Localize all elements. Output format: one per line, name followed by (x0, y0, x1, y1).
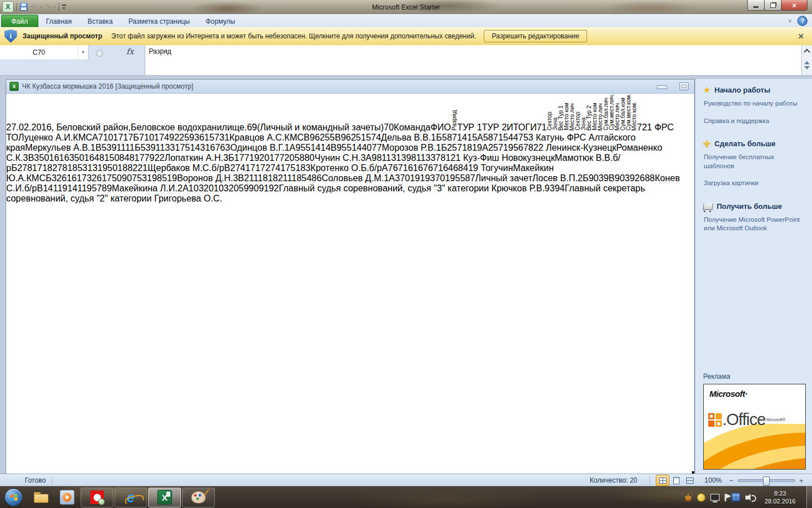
volume-icon[interactable] (745, 496, 748, 500)
action-center-flag-icon[interactable] (725, 494, 726, 501)
clock-date: 28.02.2016 (765, 497, 796, 505)
status-ready: Готово (25, 476, 46, 484)
redo-button[interactable]: ↷ (45, 3, 51, 11)
excel-document-icon: X (10, 82, 19, 91)
section-title: Получить больше (717, 202, 782, 211)
plus-icon (703, 140, 710, 147)
minimize-button[interactable] (747, 0, 765, 11)
network-icon[interactable] (710, 494, 720, 501)
zoom-slider-thumb[interactable] (763, 476, 770, 486)
show-desktop-button[interactable] (806, 487, 812, 508)
save-button[interactable] (20, 3, 28, 11)
workbook-minimize-button[interactable] (657, 85, 667, 89)
help-icon[interactable]: ? (797, 16, 807, 26)
windows-logo-icon (10, 494, 17, 501)
status-bar: Готово Количество: 20 100% − + (0, 474, 812, 487)
enable-editing-button[interactable]: Разрешить редактирование (484, 30, 587, 42)
system-tray: 8:23 28.02.2016 (685, 487, 812, 508)
normal-view-button[interactable] (656, 475, 669, 486)
status-count: Количество: 20 (590, 476, 637, 484)
section-title: Сделать больше (714, 139, 775, 148)
zoom-out-button[interactable]: − (727, 476, 735, 485)
undo-dropdown-icon[interactable]: ▾ (39, 5, 42, 10)
taskbar-item-red-app[interactable] (81, 488, 113, 507)
tab-page-layout[interactable]: Разметка страницы (121, 15, 198, 27)
taskbar-item-explorer[interactable] (32, 488, 51, 506)
cart-icon (703, 204, 713, 210)
excel-app-icon[interactable]: X (2, 1, 14, 12)
red-app-icon (90, 491, 104, 504)
insert-function-button[interactable]: fx (126, 47, 134, 56)
formula-bar-content[interactable]: Разряд (145, 45, 802, 75)
window-title: Microsoft Excel Starter (0, 0, 812, 14)
taskbar-item-paint[interactable] (182, 488, 215, 507)
name-box[interactable]: C70 ▼ (0, 45, 89, 59)
zoom-level[interactable]: 100% (704, 476, 722, 484)
title-bar: X ↶▾ ↷▾ ▾ Microsoft Excel Starter × (0, 0, 812, 14)
taskbar-item-media-player[interactable] (58, 488, 77, 506)
paint-icon (191, 491, 206, 503)
tab-file[interactable]: Файл (1, 15, 38, 27)
excel-icon: X (157, 490, 172, 505)
undo-button[interactable]: ↶ (30, 3, 37, 11)
taskbar-item-internet-explorer[interactable]: e (114, 488, 147, 507)
taskpane-link[interactable]: Справка и поддержка (704, 117, 805, 126)
taskpane-link[interactable]: Получение Microsoft PowerPoint или Micro… (704, 216, 805, 233)
office-logo: .Office Microsoft® (708, 411, 785, 428)
close-button[interactable]: × (781, 0, 807, 11)
taskpane-section-do-more: Сделать больше Получение бесплатных шабл… (703, 139, 805, 196)
workbook-restore-button[interactable] (679, 82, 689, 90)
clock-time: 8:23 (765, 489, 796, 497)
zoom-slider[interactable] (738, 479, 795, 482)
formula-bar-circle-icon (96, 50, 103, 57)
tray-app-icon[interactable] (685, 494, 692, 501)
office-squares-icon (708, 413, 722, 427)
restore-button[interactable] (764, 0, 782, 11)
internet-explorer-icon: e (127, 491, 135, 504)
taskbar-clock[interactable]: 8:23 28.02.2016 (765, 489, 796, 505)
chevron-down-icon[interactable]: ˅ (788, 17, 792, 24)
desktop-screen: X ↶▾ ↷▾ ▾ Microsoft Excel Starter × Файл… (0, 0, 812, 508)
folder-icon (34, 492, 48, 503)
protected-view-label: Защищенный просмотр (23, 32, 102, 40)
separator (16, 3, 17, 11)
tray-blue-app-icon[interactable] (731, 493, 740, 502)
chevron-up-icon[interactable] (804, 49, 810, 55)
fill-handle[interactable] (691, 471, 694, 474)
document-area: X ЧК Кузбасса мормышка 2016 [Защищенный … (0, 79, 812, 474)
taskbar: e X 8:23 28.02.2016 (0, 486, 812, 508)
task-pane: Начало работы Руководство по началу рабо… (695, 79, 812, 474)
close-icon[interactable]: ✕ (798, 32, 804, 41)
tab-formulas[interactable]: Формулы (198, 15, 243, 27)
scroll-up-icon[interactable] (804, 61, 810, 64)
protected-view-message: Этот файл загружен из Интернета и может … (111, 32, 476, 40)
redo-dropdown-icon[interactable]: ▾ (54, 5, 56, 10)
taskpane-link[interactable]: Загрузка картинки (704, 179, 805, 188)
spreadsheet-grid: 27.02.2016, Беловский район,Беловское во… (6, 94, 694, 474)
formula-bar: C70 ▼ fx Разряд (0, 45, 812, 76)
tab-home[interactable]: Главная (38, 15, 80, 27)
office-ad[interactable]: Microsoft· .Office Microsoft® (703, 384, 806, 470)
window-controls: × (748, 0, 807, 11)
taskpane-link[interactable]: Получение бесплатных шаблонов (704, 153, 805, 170)
section-title: Начало работы (714, 86, 770, 94)
taskpane-section-start: Начало работы Руководство по началу рабо… (703, 86, 805, 134)
sparkle-icon (703, 86, 710, 94)
taskbar-item-excel[interactable]: X (148, 488, 181, 507)
scroll-down-icon[interactable] (804, 66, 810, 69)
workbook-window: X ЧК Кузбасса мормышка 2016 [Защищенный … (6, 79, 695, 474)
tray-coin-icon[interactable] (697, 493, 705, 502)
formula-bar-expand-control[interactable] (801, 45, 812, 75)
ad-label: Реклама (703, 373, 805, 380)
tab-insert[interactable]: Вставка (80, 15, 121, 27)
customize-qat-button[interactable]: ▾ (62, 5, 66, 10)
separator (59, 3, 59, 11)
chevron-down-icon[interactable]: ▼ (78, 45, 88, 59)
page-break-view-button[interactable] (683, 475, 696, 486)
taskpane-link[interactable]: Руководство по началу работы (704, 99, 805, 108)
view-shortcuts (656, 475, 696, 486)
start-button[interactable] (5, 488, 23, 506)
microsoft-logo: Microsoft· (709, 389, 748, 398)
page-layout-view-button[interactable] (669, 475, 683, 486)
zoom-in-button[interactable]: + (797, 476, 805, 485)
